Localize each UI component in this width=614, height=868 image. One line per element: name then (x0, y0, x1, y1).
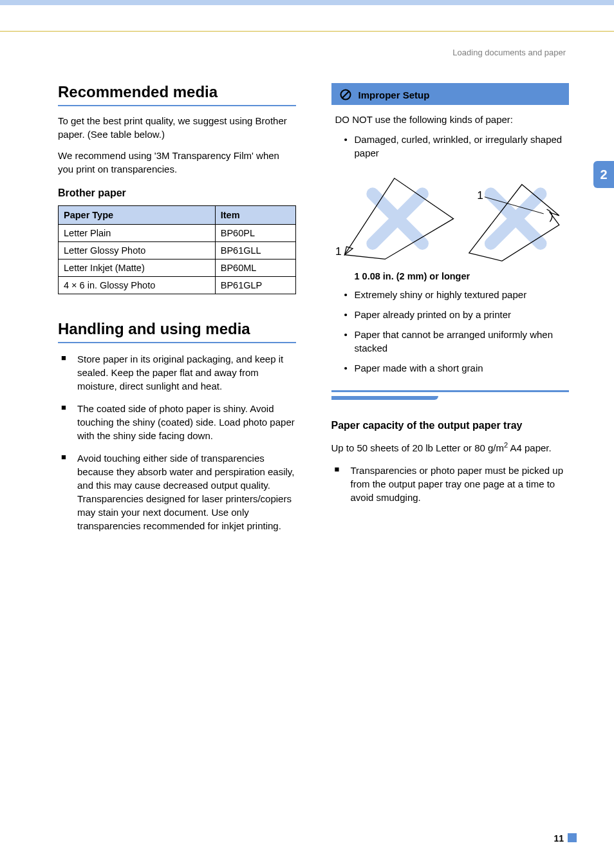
box-footer-accent (331, 396, 438, 400)
table-header: Paper Type (59, 206, 216, 225)
prohibit-icon (339, 88, 352, 101)
improper-setup-header: Improper Setup (331, 84, 570, 105)
section-header: Loading documents and paper (58, 48, 569, 57)
diagram-label-1-right: 1 (477, 189, 483, 202)
improper-setup-title: Improper Setup (358, 90, 430, 100)
capacity-text: Up to 50 sheets of 20 lb Letter or 80 g/… (331, 440, 570, 455)
list-item: Paper that cannot be arranged uniformly … (344, 328, 566, 355)
diagram-label-1-left: 1 (335, 245, 342, 258)
improper-setup-box: Improper Setup DO NOT use the following … (331, 83, 570, 392)
heading-recommended-media: Recommended media (58, 83, 296, 106)
list-item: Paper already printed on by a printer (344, 308, 566, 321)
diagram-caption: 1 0.08 in. (2 mm) or longer (335, 271, 566, 281)
table-cell: 4 × 6 in. Glossy Photo (59, 277, 216, 294)
handling-list: Store paper in its original packaging, a… (58, 352, 296, 533)
table-cell: Letter Inkjet (Matte) (59, 259, 216, 277)
heading-paper-capacity: Paper capacity of the output paper tray (331, 419, 570, 433)
table-header: Item (215, 206, 295, 225)
table-cell: BP60PL (215, 225, 295, 242)
page-flag (568, 833, 577, 842)
right-column: Improper Setup DO NOT use the following … (331, 83, 570, 542)
table-cell: Letter Plain (59, 225, 216, 242)
table-row: Letter Plain BP60PL (59, 225, 296, 242)
table-cell: BP60ML (215, 259, 295, 277)
capacity-list: Transparencies or photo paper must be pi… (331, 464, 570, 504)
paper-diagram: 1 1 // (will be overridden by main scrip… (335, 166, 566, 269)
heading-brother-paper: Brother paper (58, 187, 296, 199)
list-item: Extremely shiny or highly textured paper (344, 288, 566, 301)
list-item: Avoid touching either side of transparen… (59, 451, 296, 533)
left-column: Recommended media To get the best print … (58, 83, 296, 542)
list-item: Damaged, curled, wrinkled, or irregularl… (344, 133, 566, 160)
recommended-p2: We recommend using '3M Transparency Film… (58, 149, 296, 176)
top-bar (0, 0, 614, 5)
table-row: 4 × 6 in. Glossy Photo BP61GLP (59, 277, 296, 294)
table-cell: Letter Glossy Photo (59, 242, 216, 259)
page-number: 11 (554, 833, 564, 844)
improper-bullets: Extremely shiny or highly textured paper… (335, 288, 566, 375)
list-item: Paper made with a short grain (344, 361, 566, 375)
recommended-p1: To get the best print quality, we sugges… (58, 114, 296, 141)
svg-line-1 (342, 91, 349, 98)
heading-handling-media: Handling and using media (58, 320, 296, 343)
donot-text: DO NOT use the following kinds of paper: (335, 113, 566, 126)
table-cell: BP61GLL (215, 242, 295, 259)
table-cell: BP61GLP (215, 277, 295, 294)
list-item: The coated side of photo paper is shiny.… (59, 402, 296, 442)
table-row: Letter Inkjet (Matte) BP60ML (59, 259, 296, 277)
table-row: Letter Glossy Photo BP61GLL (59, 242, 296, 259)
damaged-paper-illustration: 1 1 (335, 175, 566, 262)
list-item: Transparencies or photo paper must be pi… (333, 464, 570, 504)
list-item: Store paper in its original packaging, a… (59, 352, 296, 393)
improper-first-bullet: Damaged, curled, wrinkled, or irregularl… (335, 133, 566, 160)
paper-table: Paper Type Item Letter Plain BP60PL Lett… (58, 205, 296, 294)
